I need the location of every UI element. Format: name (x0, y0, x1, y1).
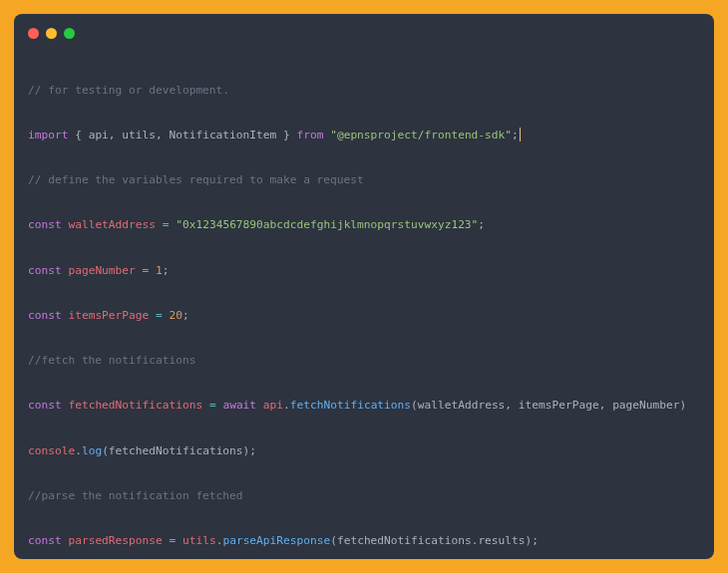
comment: // define the variables required to make… (28, 173, 364, 186)
obj-api: api (263, 399, 283, 412)
keyword-await: await (222, 399, 256, 412)
titlebar (14, 22, 714, 43)
obj-utils: utils (182, 534, 216, 547)
equals: = (156, 309, 163, 322)
maximize-icon[interactable] (64, 28, 75, 39)
code-window: // for testing or development. import { … (14, 14, 714, 559)
equals: = (163, 218, 170, 231)
minimize-icon[interactable] (46, 28, 57, 39)
semicolon: ; (478, 218, 485, 231)
num: 20 (170, 309, 182, 322)
import-path: "@epnsproject/frontend-sdk" (330, 129, 512, 142)
keyword-const: const (28, 218, 62, 231)
args: (fetchedNotifications.results); (330, 534, 539, 547)
args: (fetchedNotifications); (102, 444, 256, 457)
import-braces: { api, utils, NotificationItem } (75, 129, 290, 142)
semicolon: ; (163, 264, 170, 277)
var-fetchedNotifications: fetchedNotifications (68, 399, 202, 412)
keyword-const: const (28, 534, 62, 547)
semicolon: ; (182, 309, 189, 322)
fn-fetchNotifications: fetchNotifications (290, 399, 411, 412)
close-icon[interactable] (28, 28, 39, 39)
fn-parseApiResponse: parseApiResponse (222, 534, 330, 547)
equals: = (169, 534, 176, 547)
comment: // for testing or development. (28, 84, 229, 97)
var-walletAddress: walletAddress (68, 218, 156, 231)
keyword-from: from (296, 129, 323, 142)
equals: = (209, 399, 216, 412)
cursor-icon (520, 128, 521, 142)
keyword-const: const (28, 309, 62, 322)
keyword-const: const (28, 264, 62, 277)
comment: //parse the notification fetched (28, 489, 243, 502)
var-itemsPerPage: itemsPerPage (68, 309, 149, 322)
num: 1 (156, 264, 163, 277)
equals: = (143, 264, 150, 277)
keyword-import: import (28, 129, 68, 142)
code-area[interactable]: // for testing or development. import { … (14, 43, 714, 559)
keyword-const: const (28, 399, 62, 412)
obj-console: console (28, 444, 75, 457)
var-pageNumber: pageNumber (68, 264, 135, 277)
fn-log: log (82, 444, 102, 457)
string-wallet: "0x1234567890abcdcdefghijklmnopqrstuvwxy… (176, 218, 478, 231)
comment: //fetch the notifications (28, 354, 195, 367)
var-parsedResponse: parsedResponse (68, 534, 162, 547)
semicolon: ; (512, 129, 519, 142)
args: (walletAddress, itemsPerPage, pageNumber… (411, 399, 686, 412)
